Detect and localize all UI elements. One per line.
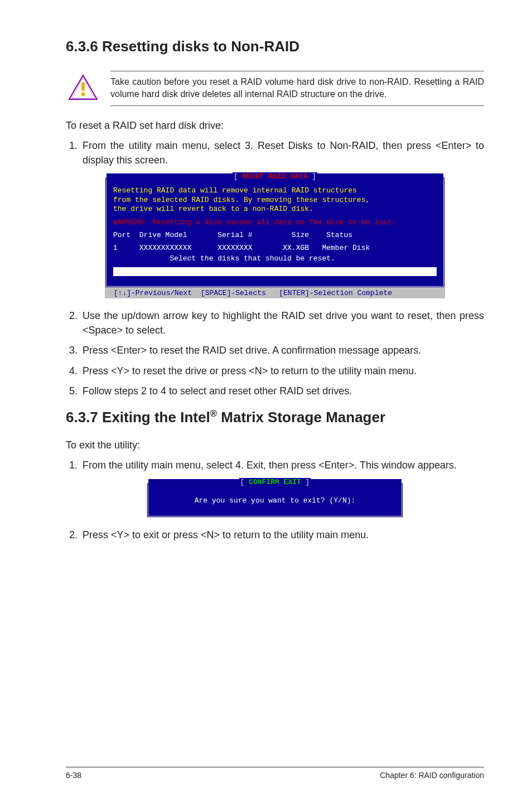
steps-636-part1: From the utility main menu, select 3. Re… [66, 138, 484, 167]
chapter-reference: Chapter 6: RAID configuration [380, 771, 484, 780]
step-636-3: Press <Enter> to reset the RAID set driv… [80, 343, 484, 357]
bios-reset-hint: Select the disks that should be reset. [113, 254, 437, 263]
bios-exit-body: Are you sure you want to exit? (Y/N): [148, 487, 402, 516]
bios-exit-window: [ CONFIRM EXIT ] Are you sure you want t… [147, 483, 403, 518]
step-636-4: Press <Y> to reset the drive or press <N… [80, 364, 484, 378]
bios-reset-msg1: Resetting RAID data will remove internal… [113, 186, 437, 195]
bios-reset-window: [ RESET RAID DATA ] Resetting RAID data … [105, 177, 445, 298]
step-637-2: Press <Y> to exit or press <N> to return… [80, 528, 484, 542]
step-636-1: From the utility main menu, select 3. Re… [80, 138, 484, 167]
svg-rect-2 [81, 82, 85, 91]
steps-636-part2: Use the up/down arrow key to highlight t… [66, 308, 484, 398]
bios-reset-warning: WARNING: Resetting a disk causes all dat… [113, 218, 437, 226]
bios-reset-title: [ RESET RAID DATA ] [233, 172, 317, 181]
bios-reset-footer: [↑↓]-Previous/Next [SPACE]-Selects [ENTE… [105, 288, 445, 298]
caution-text: Take caution before you reset a RAID vol… [110, 71, 484, 106]
intro-637: To exit the utility: [66, 438, 484, 452]
step-636-2: Use the up/down arrow key to highlight t… [80, 308, 484, 337]
steps-637-part2: Press <Y> to exit or press <N> to return… [66, 528, 484, 542]
step-637-1: From the utility main menu, select 4. Ex… [80, 458, 484, 472]
heading-637: 6.3.7 Exiting the Intel® Matrix Storage … [66, 408, 484, 426]
bios-reset-header-row: Port Drive Model Serial # Size Status [113, 231, 437, 239]
step-636-5: Follow steps 2 to 4 to select and reset … [80, 384, 484, 398]
bios-reset-selection-bar [113, 267, 437, 276]
heading-636: 6.3.6 Resetting disks to Non-RAID [66, 38, 484, 55]
page-container: 6.3.6 Resetting disks to Non-RAID Take c… [0, 0, 532, 802]
intro-636: To reset a RAID set hard disk drive: [66, 118, 484, 133]
registered-symbol: ® [210, 408, 217, 419]
bios-reset-msg2: from the selected RAID disks. By removin… [113, 196, 437, 205]
caution-callout: Take caution before you reset a RAID vol… [66, 71, 484, 106]
page-number: 6-38 [66, 771, 81, 780]
bios-reset-msg3: the drive will revert back to a non-RAID… [113, 205, 437, 214]
steps-637-part1: From the utility main menu, select 4. Ex… [66, 458, 484, 472]
bios-reset-body: Resetting RAID data will remove internal… [107, 182, 443, 265]
page-footer: 6-38 Chapter 6: RAID configuration [66, 767, 484, 780]
caution-icon [66, 71, 100, 101]
bios-exit-title: [ CONFIRM EXIT ] [239, 478, 311, 486]
svg-point-3 [81, 93, 85, 96]
bios-reset-data-row: 1 XXXXXXXXXXXX XXXXXXXX XX.XGB Member Di… [113, 244, 437, 252]
